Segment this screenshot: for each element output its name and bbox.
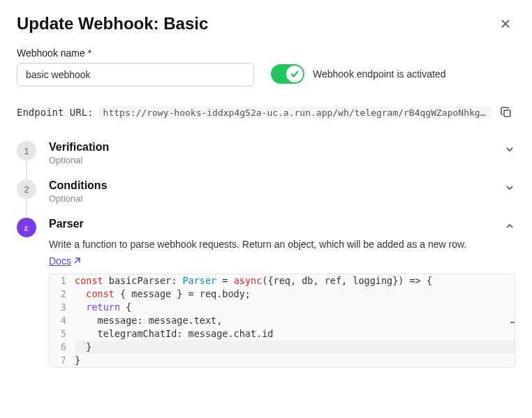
line-number: 7 [50,354,75,367]
step-titles: Verification Optional [49,141,109,165]
line-code: message: message.text, [75,314,515,327]
step-header-conditions[interactable]: Conditions Optional [49,179,515,204]
endpoint-row: Endpoint URL: https://rowy-hooks-iddxp4g… [17,103,515,121]
code-editor[interactable]: 1const basicParser: Parser = async({req,… [49,274,515,368]
code-line[interactable]: 1const basicParser: Parser = async({req,… [50,274,515,288]
toggle-knob [286,66,303,82]
activation-toggle[interactable] [271,64,304,84]
line-number: 1 [50,274,75,288]
line-code: telegramChatId: message.chat.id [75,327,515,341]
line-code: const basicParser: Parser = async({req, … [75,274,515,288]
steps-list: 1 Verification Optional 2 [17,141,515,368]
copy-button[interactable] [497,103,515,121]
line-number: 4 [50,314,75,327]
endpoint-label: Endpoint URL: [17,107,94,118]
step-title: Conditions [49,179,108,192]
step-badge-2: 2 [17,179,36,199]
modal-title: Update Webhook: Basic [17,14,208,33]
step-connector [26,199,27,218]
step-connector [26,161,27,179]
close-button[interactable] [496,14,515,33]
endpoint-url: https://rowy-hooks-iddxp4g52a-uc.a.run.a… [99,106,492,119]
line-code: return { [75,301,515,314]
code-line[interactable]: 4 message: message.text, [50,314,515,327]
step-titles: Parser [49,218,84,232]
line-code: const { message } = req.body; [75,288,515,301]
parser-description: Write a function to parse webhook reques… [49,237,515,252]
external-link-icon [73,257,81,265]
name-field-group: Webhook name * [17,47,254,87]
chevron-up-icon [504,221,515,232]
code-line[interactable]: 5 telegramChatId: message.chat.id [50,327,515,341]
step-header-verification[interactable]: Verification Optional [49,141,515,165]
step-subtitle: Optional [49,193,108,204]
line-number: 5 [50,327,75,341]
minimap-marker [510,322,515,323]
toggle-label: Webhook endpoint is activated [313,68,445,80]
step-conditions: 2 Conditions Optional [17,179,515,218]
line-code: } [75,354,515,367]
step-titles: Conditions Optional [49,179,108,204]
line-code: } [75,341,515,354]
webhook-name-input[interactable] [17,63,254,87]
code-line[interactable]: 2 const { message } = req.body; [50,288,515,301]
name-label: Webhook name * [17,47,254,59]
copy-icon [500,106,512,119]
docs-link[interactable]: Docs [49,255,81,267]
modal-header: Update Webhook: Basic [17,14,515,33]
step-parser: ε Parser Write a function to parse webho… [17,218,515,368]
docs-link-label: Docs [49,255,71,267]
chevron-down-icon [504,144,515,155]
line-number: 2 [50,288,75,301]
step-content: Parser Write a function to parse webhook… [49,218,515,368]
step-content: Conditions Optional [49,179,515,204]
line-number: 6 [50,341,75,354]
code-line[interactable]: 6 } [50,341,515,354]
step-header-parser[interactable]: Parser [49,218,515,232]
toggle-group: Webhook endpoint is activated [271,64,445,84]
step-badge-1: 1 [17,141,36,161]
step-verification: 1 Verification Optional [17,141,515,179]
form-row: Webhook name * Webhook endpoint is activ… [17,47,515,87]
step-title: Verification [49,141,109,154]
chevron-down-icon [504,182,515,193]
check-icon [290,69,300,79]
step-title: Parser [49,218,84,230]
step-badge-parser: ε [17,218,36,237]
step-subtitle: Optional [49,155,109,165]
code-line[interactable]: 3 return { [50,301,515,314]
svg-rect-0 [504,110,510,117]
close-icon [498,17,512,31]
line-number: 3 [50,301,75,314]
webhook-modal: Update Webhook: Basic Webhook name * Web… [0,0,532,382]
step-content: Verification Optional [49,141,515,165]
code-line[interactable]: 7} [50,354,515,367]
